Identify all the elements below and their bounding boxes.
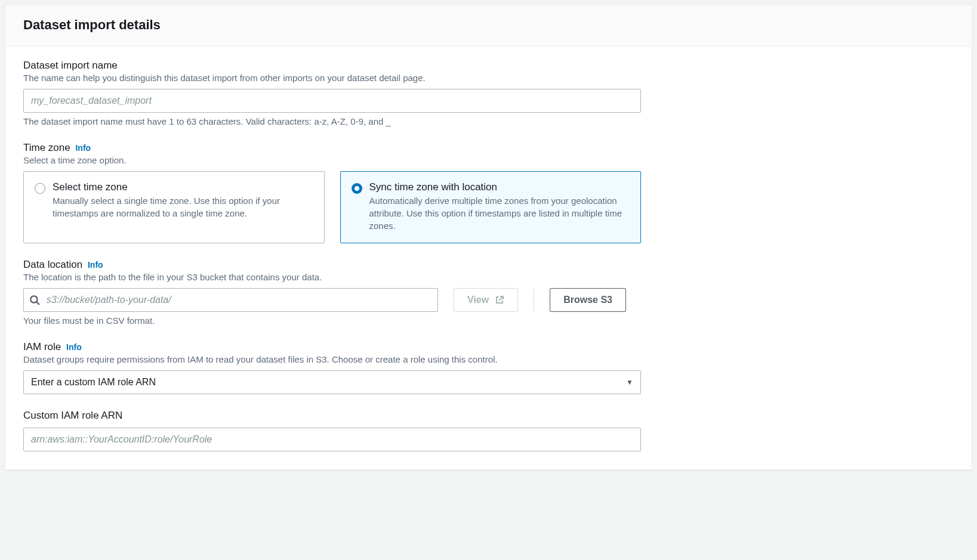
svg-point-0 (30, 296, 37, 302)
import-name-desc: The name can help you distinguish this d… (23, 73, 954, 83)
data-location-label-text: Data location (23, 259, 82, 270)
import-name-label: Dataset import name (23, 60, 954, 72)
tile-select-time-zone[interactable]: Select time zone Manually select a singl… (23, 171, 325, 243)
field-iam-role: IAM role Info Dataset groups require per… (23, 341, 954, 394)
tile-sync-title: Sync time zone with location (369, 181, 630, 193)
iam-role-label-text: IAM role (23, 341, 61, 352)
field-data-location: Data location Info The location is the p… (23, 259, 954, 326)
panel-body: Dataset import name The name can help yo… (5, 47, 972, 469)
field-time-zone: Time zone Info Select a time zone option… (23, 142, 954, 243)
iam-role-selected-value: Enter a custom IAM role ARN (31, 377, 156, 388)
view-button-label: View (467, 295, 489, 305)
custom-arn-label: Custom IAM role ARN (23, 410, 954, 422)
data-location-row: View Browse S3 (23, 288, 641, 312)
tile-sync-desc: Automatically derive multiple time zones… (369, 194, 630, 232)
tile-select-desc: Manually select a single time zone. Use … (53, 194, 313, 219)
panel-title: Dataset import details (23, 17, 954, 33)
dataset-import-details-panel: Dataset import details Dataset import na… (5, 5, 972, 470)
data-location-hint: Your files must be in CSV format. (23, 315, 954, 326)
tile-select-title: Select time zone (53, 181, 313, 193)
timezone-desc: Select a time zone option. (23, 155, 954, 165)
data-location-input[interactable] (23, 288, 438, 312)
iam-role-desc: Dataset groups require permissions from … (23, 354, 954, 364)
timezone-label-text: Time zone (23, 142, 70, 153)
radio-select-time-zone[interactable] (35, 183, 45, 194)
tile-sync-time-zone[interactable]: Sync time zone with location Automatical… (340, 171, 642, 243)
timezone-info-link[interactable]: Info (75, 143, 91, 153)
import-name-hint: The dataset import name must have 1 to 6… (23, 116, 954, 126)
timezone-tiles: Select time zone Manually select a singl… (23, 171, 641, 243)
browse-s3-label: Browse S3 (563, 295, 612, 305)
data-location-info-link[interactable]: Info (88, 260, 103, 270)
radio-sync-time-zone[interactable] (352, 183, 362, 194)
chevron-down-icon: ▼ (626, 378, 633, 386)
svg-line-1 (36, 302, 39, 305)
vertical-divider (534, 289, 534, 311)
iam-role-select[interactable]: Enter a custom IAM role ARN ▼ (23, 370, 641, 394)
field-custom-iam-role-arn: Custom IAM role ARN (23, 410, 954, 451)
field-dataset-import-name: Dataset import name The name can help yo… (23, 60, 954, 126)
panel-header: Dataset import details (5, 5, 972, 47)
external-link-icon (495, 295, 504, 305)
custom-arn-input[interactable] (23, 428, 641, 451)
data-location-input-wrap (23, 288, 438, 312)
iam-role-label: IAM role Info (23, 341, 954, 353)
iam-role-info-link[interactable]: Info (66, 342, 82, 352)
data-location-label: Data location Info (23, 259, 954, 271)
timezone-label: Time zone Info (23, 142, 954, 154)
data-location-desc: The location is the path to the file in … (23, 272, 954, 282)
import-name-input[interactable] (23, 89, 641, 113)
search-icon (29, 295, 40, 305)
view-button[interactable]: View (454, 288, 518, 312)
browse-s3-button[interactable]: Browse S3 (550, 288, 626, 312)
